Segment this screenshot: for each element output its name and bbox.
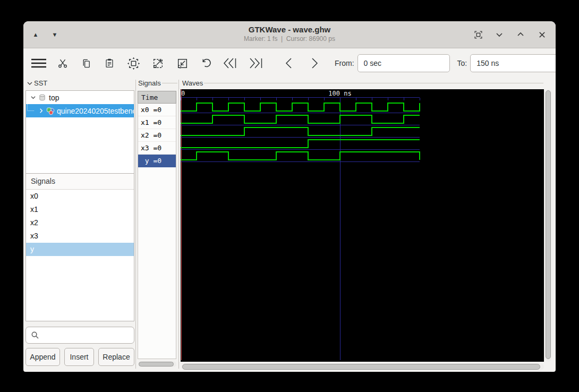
forward-button[interactable]	[302, 54, 327, 73]
scrollbar-handle[interactable]	[182, 364, 540, 370]
minimize-button[interactable]	[493, 28, 506, 41]
to-start-button[interactable]	[218, 54, 243, 73]
pane-up-button[interactable]: ▲	[30, 29, 41, 40]
paste-icon	[104, 57, 115, 69]
to-label: To:	[457, 59, 467, 67]
time-column-header[interactable]: Time	[138, 91, 176, 104]
zoom-out-button[interactable]	[170, 54, 194, 73]
scrollbar-handle[interactable]	[139, 362, 174, 367]
signals-frame-label: Signals	[138, 79, 177, 87]
toolbar: From: To:	[23, 48, 556, 78]
fit-window-icon	[473, 30, 483, 40]
zoom-undo-button[interactable]	[194, 54, 218, 73]
pane-splitter[interactable]	[135, 80, 136, 369]
waveform-trace-x3	[181, 140, 420, 148]
cut-icon	[57, 57, 69, 69]
module-icon	[46, 107, 55, 115]
pane-splitter[interactable]	[178, 80, 179, 369]
pane-down-button[interactable]: ▼	[49, 29, 61, 40]
pane-up-icon: ▲	[33, 31, 39, 38]
signal-value-row[interactable]: x1 =0	[138, 116, 176, 129]
list-item[interactable]: x3	[26, 229, 134, 243]
maximize-icon	[516, 30, 525, 39]
from-input[interactable]	[357, 54, 450, 72]
menu-icon	[30, 57, 47, 69]
menu-button[interactable]	[27, 54, 51, 73]
to-end-button[interactable]	[243, 54, 269, 73]
sst-tree-item-testbench[interactable]: quine20240205testbench	[26, 104, 134, 117]
signal-value-rows: x0 =0x1 =0x2 =0x3 =0 y =0	[138, 104, 176, 167]
waveform-trace-x0	[181, 103, 420, 111]
list-item[interactable]: x0	[26, 190, 134, 203]
signal-list-header: Signals	[26, 174, 134, 190]
signals-values-panel: x0 =0x1 =0x2 =0x3 =0 y =0	[138, 104, 176, 359]
signal-name-list: x0x1x2x3y	[26, 190, 134, 256]
collapse-chevron-icon	[27, 80, 33, 87]
maximize-button[interactable]	[514, 28, 527, 41]
waveform-trace-x2	[181, 127, 420, 135]
zoom-in-button[interactable]	[146, 54, 170, 73]
wave-canvas[interactable]: 0100 ns	[181, 89, 544, 362]
signals-hscrollbar[interactable]	[138, 361, 176, 367]
minimize-icon	[495, 30, 504, 39]
list-item[interactable]: y	[26, 243, 134, 256]
signal-value-row[interactable]: x3 =0	[138, 142, 176, 155]
expander-closed-icon[interactable]	[37, 108, 45, 114]
back-icon	[284, 57, 294, 70]
scope-cylinder-icon	[38, 93, 46, 101]
gtkwave-window: ▲ ▼ GTKWave - wave.ghw Marker: 1 fs | Cu…	[23, 21, 556, 372]
to-input[interactable]	[470, 54, 556, 72]
fit-window-button[interactable]	[472, 28, 484, 41]
cut-traces-button[interactable]	[51, 54, 74, 73]
scrollbar-handle[interactable]	[546, 90, 551, 359]
sst-tree-item-top[interactable]: top	[26, 91, 134, 104]
svg-text:100 ns: 100 ns	[328, 90, 351, 97]
signal-list-panel: Signals x0x1x2x3y	[25, 173, 134, 321]
copy-icon	[80, 57, 92, 70]
zoom-out-icon	[176, 57, 189, 70]
search-icon	[31, 331, 39, 339]
list-item[interactable]: x1	[26, 203, 134, 216]
waves-hscrollbar[interactable]	[181, 363, 544, 370]
sst-frame-label: SST	[27, 79, 135, 87]
waveform-trace-x1	[181, 115, 420, 123]
waves-vscrollbar[interactable]	[545, 89, 551, 362]
replace-button[interactable]: Replace	[98, 348, 134, 366]
signal-search-box	[25, 327, 134, 344]
waveform-trace-y	[181, 152, 420, 160]
expander-open-icon[interactable]	[29, 95, 37, 100]
to-start-icon	[223, 57, 239, 70]
close-icon	[538, 31, 546, 39]
pane-down-icon: ▼	[52, 31, 58, 38]
copy-traces-button[interactable]	[74, 54, 98, 73]
zoom-fit-icon	[127, 57, 140, 70]
tree-guide-line	[27, 104, 34, 111]
back-button[interactable]	[276, 54, 302, 73]
signal-value-row[interactable]: x2 =0	[138, 129, 176, 142]
from-label: From:	[335, 59, 354, 67]
signal-value-row[interactable]: x0 =0	[138, 104, 176, 116]
close-button[interactable]	[535, 28, 548, 41]
signal-value-row[interactable]: y =0	[138, 155, 176, 167]
zoom-fit-button[interactable]	[121, 54, 146, 73]
titlebar: ▲ ▼ GTKWave - wave.ghw Marker: 1 fs | Cu…	[23, 21, 556, 48]
signal-search-input[interactable]	[43, 330, 141, 340]
append-button[interactable]: Append	[25, 348, 60, 366]
paste-traces-button[interactable]	[98, 54, 121, 73]
zoom-in-icon	[151, 57, 165, 70]
forward-icon	[309, 57, 320, 70]
list-item[interactable]: x2	[26, 216, 134, 229]
undo-icon	[200, 57, 212, 70]
insert-button[interactable]: Insert	[64, 348, 94, 366]
waves-frame-label: Waves	[182, 79, 543, 87]
to-end-icon	[248, 57, 264, 70]
